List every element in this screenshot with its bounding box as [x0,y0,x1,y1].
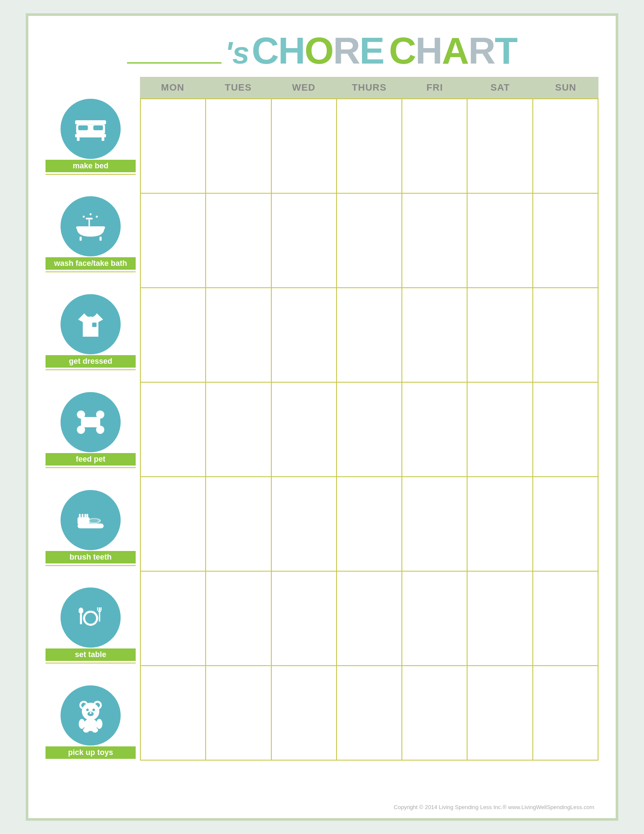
grid-cell[interactable] [141,194,206,288]
pick-up-toys-label: pick up toys [46,746,136,759]
svg-rect-1 [75,134,106,137]
grid-cell[interactable] [337,477,402,572]
grid-cell[interactable] [272,572,337,666]
grid-cell[interactable] [206,194,271,288]
grid-cell[interactable] [272,383,337,477]
svg-point-51 [92,727,98,733]
grid-cell[interactable] [533,477,598,572]
grid-cell[interactable] [533,572,598,666]
svg-rect-21 [78,524,104,528]
grid-cell[interactable] [272,288,337,383]
teddy-bear-icon [73,698,108,733]
header-sat: SAT [468,77,533,98]
make-bed-circle [61,99,121,159]
chore-item-set-table: set table [46,566,136,663]
grid-cell[interactable] [337,99,402,194]
svg-rect-15 [92,323,97,327]
footer-copyright: Copyright © 2014 Living Spending Less In… [394,804,594,810]
grid-cell[interactable] [337,383,402,477]
svg-rect-11 [86,218,93,219]
shirt-icon [73,307,108,341]
svg-rect-26 [86,514,88,518]
grid-cell[interactable] [272,194,337,288]
grid-cell[interactable] [141,666,206,761]
grid-cell[interactable] [272,666,337,761]
grid-cell[interactable] [272,99,337,194]
grid-cell[interactable] [533,288,598,383]
grid-cell[interactable] [402,383,468,477]
chore-grid: MON TUES WED THURS FRI SAT SUN [140,77,598,761]
grid-cell[interactable] [402,288,468,383]
grid-cell[interactable] [402,666,468,761]
grid-cell[interactable] [533,666,598,761]
grid-cell[interactable] [468,477,533,572]
chore-item-get-dressed: get dressed [46,272,136,369]
grid-cell[interactable] [141,288,206,383]
chore-item-feed-pet: feed pet [46,370,136,467]
grid-body [140,98,598,761]
svg-point-44 [92,709,95,711]
grid-cell[interactable] [272,477,337,572]
get-dressed-label: get dressed [46,355,136,368]
grid-cell[interactable] [337,194,402,288]
grid-cell[interactable] [468,666,533,761]
grid-cell[interactable] [402,572,468,666]
grid-cell[interactable] [533,194,598,288]
svg-rect-7 [76,226,105,229]
svg-rect-5 [77,137,79,141]
svg-point-42 [82,703,100,720]
grid-cell[interactable] [468,572,533,666]
svg-rect-3 [78,125,88,130]
set-table-circle [61,587,121,648]
svg-point-46 [90,712,91,714]
grid-cell[interactable] [206,477,271,572]
grid-cell[interactable] [468,288,533,383]
svg-point-48 [79,719,85,729]
chore-labels-column: make bed [46,77,136,761]
set-table-label: set table [46,648,136,661]
page-header: 's CHORE CHART [46,29,598,73]
grid-cell[interactable] [337,666,402,761]
grid-cell[interactable] [141,383,206,477]
grid-cell[interactable] [468,194,533,288]
svg-rect-24 [82,514,83,518]
grid-cell[interactable] [533,383,598,477]
svg-rect-8 [79,237,82,241]
grid-cell[interactable] [402,477,468,572]
bed-icon [73,112,108,146]
grid-cell[interactable] [141,477,206,572]
grid-cell[interactable] [206,383,271,477]
svg-point-30 [85,613,96,624]
svg-point-43 [86,709,89,711]
grid-cell[interactable] [206,99,271,194]
svg-rect-9 [100,237,102,241]
name-underline [127,38,222,64]
grid-cell[interactable] [337,572,402,666]
header-tues: TUES [206,77,271,98]
feed-pet-circle [61,392,121,452]
header-thurs: THURS [337,77,402,98]
grid-cell[interactable] [206,288,271,383]
chore-item-brush-teeth: brush teeth [46,468,136,565]
grid-cell[interactable] [533,99,598,194]
grid-cell[interactable] [141,99,206,194]
svg-point-14 [96,216,98,218]
svg-point-49 [96,719,103,729]
grid-cell[interactable] [337,288,402,383]
grid-cell[interactable] [206,572,271,666]
grid-cell[interactable] [402,194,468,288]
svg-point-50 [83,727,90,733]
grid-cell[interactable] [402,99,468,194]
grid-cell[interactable] [468,99,533,194]
grid-cell[interactable] [468,383,533,477]
chore-chart-page: 's CHORE CHART [26,13,618,821]
svg-rect-25 [85,514,86,518]
header-mon: MON [140,77,206,98]
svg-point-28 [89,519,99,522]
table-setting-icon [73,600,108,635]
wash-face-circle [61,196,121,256]
grid-cell[interactable] [141,572,206,666]
chore-item-make-bed: make bed [46,77,136,174]
grid-cell[interactable] [206,666,271,761]
bath-icon [73,209,108,244]
